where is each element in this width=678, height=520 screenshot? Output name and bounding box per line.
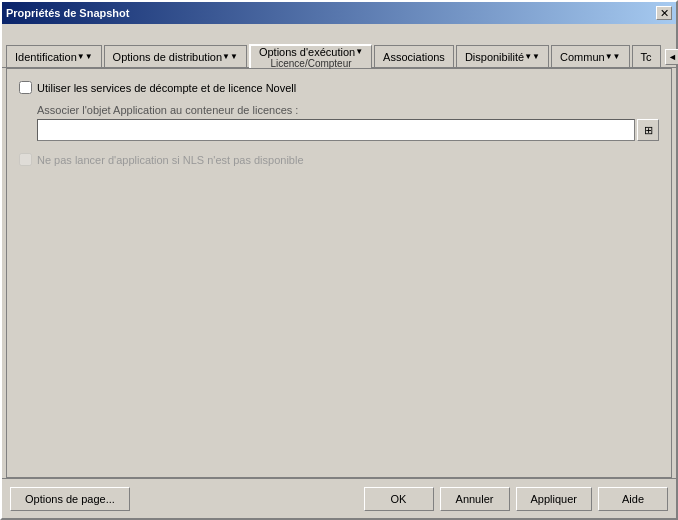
tab-tc[interactable]: Tc <box>632 45 661 67</box>
page-options-button[interactable]: Options de page... <box>10 487 130 511</box>
bottom-bar: Options de page... OK Annuler Appliquer … <box>2 478 676 518</box>
container-field-label: Associer l'objet Application au conteneu… <box>37 104 659 116</box>
tab-nav-group: ◄ ► <box>663 49 679 65</box>
checkbox1-label: Utiliser les services de décompte et de … <box>37 82 296 94</box>
license-container-input[interactable] <box>37 119 635 141</box>
checkbox1-row: Utiliser les services de décompte et de … <box>19 81 659 94</box>
checkbox2-label: Ne pas lancer d'application si NLS n'est… <box>37 154 304 166</box>
license-container-row: ⊞ <box>37 119 659 141</box>
novell-services-checkbox[interactable] <box>19 81 32 94</box>
tabs-container: Identification ▼ Options de distribution… <box>2 24 676 68</box>
title-bar: Propriétés de Snapshot ✕ <box>2 2 676 24</box>
cancel-button[interactable]: Annuler <box>440 487 510 511</box>
content-area: Utiliser les services de décompte et de … <box>6 68 672 478</box>
browse-button[interactable]: ⊞ <box>637 119 659 141</box>
window-title: Propriétés de Snapshot <box>6 7 129 19</box>
browse-icon: ⊞ <box>644 124 653 137</box>
tab-disponibilite[interactable]: Disponibilité ▼ <box>456 45 549 67</box>
ok-button[interactable]: OK <box>364 487 434 511</box>
tab-distribution[interactable]: Options de distribution ▼ <box>104 45 247 67</box>
bottom-right-buttons: OK Annuler Appliquer Aide <box>364 487 668 511</box>
nls-unavailable-checkbox[interactable] <box>19 153 32 166</box>
tab-identification[interactable]: Identification ▼ <box>6 45 102 67</box>
tab-execution[interactable]: Options d'exécution ▼ Licence/Compteur <box>249 44 372 68</box>
close-button[interactable]: ✕ <box>656 6 672 20</box>
tab-associations[interactable]: Associations <box>374 45 454 67</box>
help-button[interactable]: Aide <box>598 487 668 511</box>
checkbox2-row: Ne pas lancer d'application si NLS n'est… <box>19 153 659 166</box>
apply-button[interactable]: Appliquer <box>516 487 592 511</box>
main-window: Propriétés de Snapshot ✕ Identification … <box>0 0 678 520</box>
tab-prev-button[interactable]: ◄ <box>665 49 679 65</box>
tab-commun[interactable]: Commun ▼ <box>551 45 629 67</box>
